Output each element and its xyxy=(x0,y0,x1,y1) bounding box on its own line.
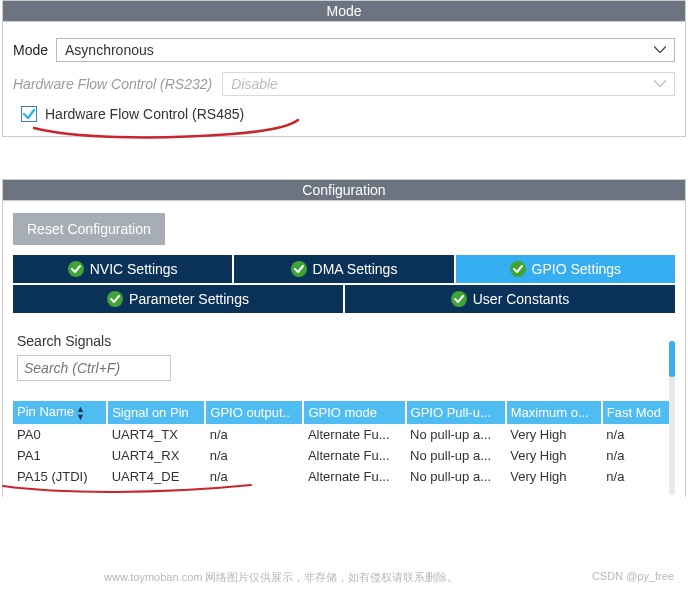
mode-panel: Mode Mode Asynchronous Hardware Flow Con… xyxy=(2,0,686,137)
check-circle-icon xyxy=(510,261,526,277)
col-gpio-output[interactable]: GPIO output.. xyxy=(205,401,303,424)
cell-max: Very High xyxy=(506,445,602,466)
col-gpio-mode[interactable]: GPIO mode xyxy=(303,401,405,424)
table-row[interactable]: PA1 UART4_RX n/a Alternate Fu... No pull… xyxy=(13,445,674,466)
mode-select-value: Asynchronous xyxy=(65,42,154,58)
watermark-text: CSDN @py_free xyxy=(592,570,674,582)
cell-max: Very High xyxy=(506,466,602,487)
tabs-row-2: Parameter Settings User Constants xyxy=(13,285,675,313)
col-fast-mode[interactable]: Fast Mod xyxy=(602,401,674,424)
mode-panel-header: Mode xyxy=(3,1,685,22)
chevron-down-icon xyxy=(654,43,666,57)
hw232-select: Disable xyxy=(222,72,675,96)
check-circle-icon xyxy=(451,291,467,307)
col-pin-name[interactable]: Pin Name▲▼ xyxy=(13,401,107,424)
cell-signal: UART4_TX xyxy=(107,424,205,445)
mode-label: Mode xyxy=(13,42,48,58)
cell-out: n/a xyxy=(205,424,303,445)
tabs-row-1: NVIC Settings DMA Settings GPIO Settings xyxy=(13,255,675,283)
configuration-panel: Configuration Reset Configuration NVIC S… xyxy=(2,179,686,497)
tab-label: Parameter Settings xyxy=(129,291,249,307)
tab-label: DMA Settings xyxy=(313,261,398,277)
col-signal[interactable]: Signal on Pin xyxy=(107,401,205,424)
cell-pin: PA0 xyxy=(13,424,107,445)
cell-mode: Alternate Fu... xyxy=(303,424,405,445)
hw485-label: Hardware Flow Control (RS485) xyxy=(45,106,244,122)
check-circle-icon xyxy=(291,261,307,277)
gpio-table: Pin Name▲▼ Signal on Pin GPIO output.. G… xyxy=(13,401,675,487)
cell-mode: Alternate Fu... xyxy=(303,445,405,466)
cell-max: Very High xyxy=(506,424,602,445)
hw232-row: Hardware Flow Control (RS232) Disable xyxy=(13,72,675,96)
mode-select[interactable]: Asynchronous xyxy=(56,38,675,62)
tab-user-constants[interactable]: User Constants xyxy=(345,285,675,313)
cell-pull: No pull-up a... xyxy=(406,445,506,466)
check-circle-icon xyxy=(107,291,123,307)
mode-panel-body: Mode Asynchronous Hardware Flow Control … xyxy=(3,22,685,136)
cell-signal: UART4_DE xyxy=(107,466,205,487)
table-row[interactable]: PA0 UART4_TX n/a Alternate Fu... No pull… xyxy=(13,424,674,445)
signals-title: Search Signals xyxy=(17,333,675,349)
hw485-row[interactable]: Hardware Flow Control (RS485) xyxy=(13,106,675,122)
tab-label: GPIO Settings xyxy=(532,261,621,277)
search-input[interactable] xyxy=(17,355,171,381)
cell-pin: PA1 xyxy=(13,445,107,466)
checkmark-icon xyxy=(22,107,36,121)
tab-gpio[interactable]: GPIO Settings xyxy=(456,255,675,283)
cell-out: n/a xyxy=(205,466,303,487)
table-header-row: Pin Name▲▼ Signal on Pin GPIO output.. G… xyxy=(13,401,674,424)
annotation-underline-icon xyxy=(32,118,302,148)
mode-row: Mode Asynchronous xyxy=(13,38,675,62)
chevron-down-icon xyxy=(654,77,666,91)
signals-block: Search Signals xyxy=(13,333,675,381)
cell-pull: No pull-up a... xyxy=(406,466,506,487)
configuration-body: Reset Configuration NVIC Settings DMA Se… xyxy=(3,201,685,497)
cell-fast: n/a xyxy=(602,466,674,487)
cell-signal: UART4_RX xyxy=(107,445,205,466)
tab-nvic[interactable]: NVIC Settings xyxy=(13,255,232,283)
configuration-panel-header: Configuration xyxy=(3,180,685,201)
cell-fast: n/a xyxy=(602,445,674,466)
hw485-checkbox[interactable] xyxy=(21,106,37,122)
tab-label: User Constants xyxy=(473,291,569,307)
cell-pin: PA15 (JTDI) xyxy=(13,466,107,487)
scrollbar[interactable] xyxy=(669,341,675,495)
tab-dma[interactable]: DMA Settings xyxy=(234,255,453,283)
table-row[interactable]: PA15 (JTDI) UART4_DE n/a Alternate Fu...… xyxy=(13,466,674,487)
col-max-output[interactable]: Maximum o... xyxy=(506,401,602,424)
sort-icon: ▲▼ xyxy=(76,405,85,421)
cell-out: n/a xyxy=(205,445,303,466)
col-gpio-pull[interactable]: GPIO Pull-u... xyxy=(406,401,506,424)
scrollbar-thumb[interactable] xyxy=(669,341,675,377)
tab-label: NVIC Settings xyxy=(90,261,178,277)
cell-mode: Alternate Fu... xyxy=(303,466,405,487)
cell-pull: No pull-up a... xyxy=(406,424,506,445)
hw232-select-value: Disable xyxy=(231,76,278,92)
hw232-label: Hardware Flow Control (RS232) xyxy=(13,76,212,92)
tab-parameter[interactable]: Parameter Settings xyxy=(13,285,343,313)
check-circle-icon xyxy=(68,261,84,277)
reset-configuration-button[interactable]: Reset Configuration xyxy=(13,213,165,245)
cell-fast: n/a xyxy=(602,424,674,445)
watermark-text: www.toymoban.com 网络图片仅供展示，非存储，如有侵权请联系删除。 xyxy=(104,570,458,585)
